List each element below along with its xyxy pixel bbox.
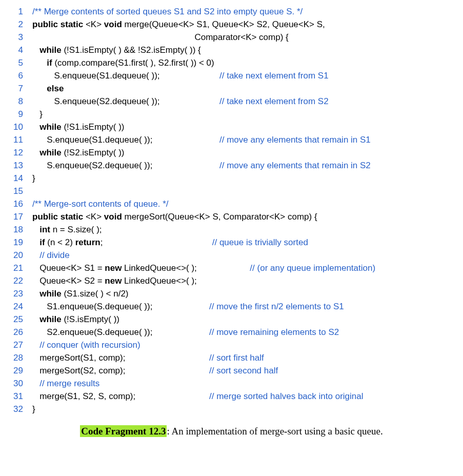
code-fragment: 1 2 3 4 5 6 7 8 9 10 11 12 13 14 15 16 1… [8,5,455,415]
keyword: else [47,82,64,95]
line-number: 3 [18,31,23,44]
comment: // merge sorted halves back into origina… [209,390,364,403]
code-text: } [32,108,43,121]
comment: // conquer (with recursion) [39,339,140,351]
code-text: S.enqueue(S1.dequeue( )); [32,133,219,146]
code-line: public static <K> void merge(Queue<K> S1… [32,18,455,31]
keyword: new [105,274,122,287]
code-line: while (!S1.isEmpty( )) [32,121,455,133]
code-text: n = S.size( ); [50,223,102,236]
keyword: new [105,262,122,274]
line-number: 5 [18,56,23,69]
code-line: } [32,172,455,185]
code-line: // conquer (with recursion) [32,339,455,351]
code-text: (!S1.isEmpty( )) [62,121,125,133]
line-number: 8 [18,95,23,108]
code-text: merge(Queue<K> S1, Queue<K> S2, Queue<K>… [122,18,325,31]
indent [32,313,39,326]
code-text: } [32,172,35,185]
keyword: public static [32,210,83,223]
code-text: S2.enqueue(S.dequeue( )); [32,326,209,339]
line-number: 24 [13,300,23,313]
indent [32,287,39,300]
line-number: 7 [18,82,23,95]
comment: // move remaining elements to S2 [209,326,339,339]
line-number: 29 [13,364,23,377]
line-number: 11 [13,133,23,146]
comment: /** Merge-sort contents of queue. */ [32,197,169,210]
code-text: S1.enqueue(S.dequeue( )); [32,300,209,313]
code-line: /** Merge contents of sorted queues S1 a… [32,5,455,18]
line-number: 21 [13,262,23,274]
code-text: Comparator<K> comp) { [32,31,289,44]
code-line: int n = S.size( ); [32,223,455,236]
code-line: mergeSort(S2, comp);// sort second half [32,364,455,377]
code-text: (!S1.isEmpty( ) && !S2.isEmpty( )) { [62,44,201,56]
comment: // move any elements that remain in S2 [219,159,371,172]
code-line: /** Merge-sort contents of queue. */ [32,197,455,210]
line-number: 32 [13,403,23,415]
code-line: } [32,108,455,121]
code-line: if (comp.compare(S1.first( ), S2.first( … [32,56,455,69]
keyword: if [39,236,45,249]
code-line: S.enqueue(S2.dequeue( ));// move any ele… [32,159,455,172]
code-line: S.enqueue(S2.dequeue( ));// take next el… [32,95,455,108]
code-text: (n < 2) [45,236,75,249]
code-text: mergeSort(S2, comp); [32,364,209,377]
keyword: public static [32,18,83,31]
code-text: <K> [83,18,104,31]
line-number: 6 [18,69,23,82]
keyword: while [39,287,62,300]
keyword: void [104,18,122,31]
line-number: 10 [13,121,23,133]
comment: // move any elements that remain in S1 [219,133,371,146]
line-number: 28 [13,351,23,364]
code-text: merge(S1, S2, S, comp); [32,390,209,403]
line-number: 17 [13,210,23,223]
code-line: S.enqueue(S1.dequeue( ));// move any ele… [32,133,455,146]
code-line: else [32,82,455,95]
keyword: while [39,146,62,159]
line-number: 9 [18,108,23,121]
line-number: 15 [13,185,23,197]
line-number: 12 [13,146,23,159]
comment: // take next element from S2 [219,95,329,108]
comment: // queue is trivially sorted [212,236,308,249]
keyword: void [104,210,122,223]
code-line: // merge results [32,377,455,390]
code-line: S1.enqueue(S.dequeue( ));// move the fir… [32,300,455,313]
indent [32,236,39,249]
line-number: 14 [13,172,23,185]
line-number: 22 [13,274,23,287]
code-text: ; [100,236,212,249]
caption-label: Code Fragment 12.3 [80,425,167,437]
comment: // take next element from S1 [219,69,329,82]
code-line: // divide [32,249,455,262]
code-line: while (!S.isEmpty( )) [32,313,455,326]
code-text: LinkedQueue<>( ); [122,262,250,274]
comment: // merge results [39,377,99,390]
comment: // sort second half [209,364,278,377]
line-number: 13 [13,159,23,172]
code-text: (!S.isEmpty( )) [62,313,119,326]
line-number: 23 [13,287,23,300]
code-text: } [32,403,35,415]
line-number: 20 [13,249,23,262]
indent [32,339,39,351]
comment: // (or any queue implementation) [250,262,375,274]
keyword: while [39,121,62,133]
keyword: return [75,236,100,249]
line-number: 26 [13,326,23,339]
code-text: Queue<K> S2 = [32,274,105,287]
code-text: (!S2.isEmpty( )) [62,146,125,159]
code-text: (comp.compare(S1.first( ), S2.first( )) … [52,56,214,69]
code-text: LinkedQueue<>( ); [122,274,196,287]
indent [32,82,47,95]
indent [32,44,39,56]
code-line: while (!S2.isEmpty( )) [32,146,455,159]
indent [32,146,39,159]
code-text: mergeSort(Queue<K> S, Comparator<K> comp… [122,210,317,223]
line-number: 16 [13,197,23,210]
code-text: S.enqueue(S2.dequeue( )); [32,159,219,172]
indent [32,121,39,133]
